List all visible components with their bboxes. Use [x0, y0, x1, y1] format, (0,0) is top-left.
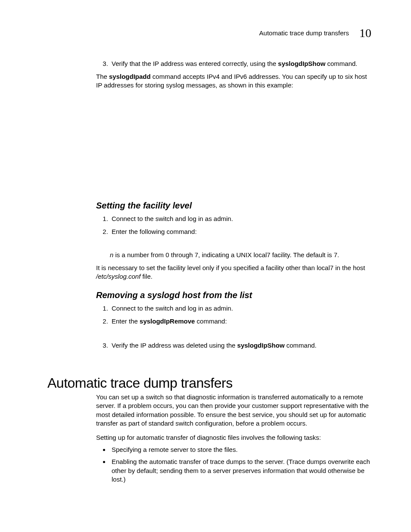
facility-para-post: file. [140, 273, 153, 280]
step-3-list: Verify that the IP address was entered c… [96, 59, 372, 68]
remove-step-1: Connect to the switch and log in as admi… [110, 304, 372, 313]
remove-steps-list-3: Verify the IP address was deleted using … [96, 341, 372, 350]
remove-step-3-pre: Verify the IP address was deleted using … [112, 342, 237, 349]
facility-para: It is necessary to set the facility leve… [96, 264, 372, 281]
facility-steps-list: Connect to the switch and log in as admi… [96, 215, 372, 236]
para-ipadd-pre: The [96, 73, 109, 80]
auto-para-1: You can set up a switch so that diagnost… [96, 393, 372, 428]
syslogdipadd-cmd: syslogdIpadd [109, 73, 151, 80]
auto-bullet-1: Specifying a remote server to store the … [110, 445, 372, 454]
auto-bullets: Specifying a remote server to store the … [96, 445, 372, 487]
remove-steps-3: Verify the IP address was deleted using … [96, 341, 372, 354]
syslogdipshow-cmd: syslogdIpShow [278, 60, 325, 67]
page: Automatic trace dump transfers 10 Verify… [0, 0, 411, 532]
facility-para-file: /etc/syslog.conf [96, 273, 140, 280]
auto-para-2: Setting up for automatic transfer of dia… [96, 433, 372, 442]
remove-step-3: Verify the IP address was deleted using … [110, 341, 372, 350]
facility-step-2: Enter the following command: [110, 227, 372, 236]
running-title: Automatic trace dump transfers [259, 29, 349, 37]
para-ipadd: The syslogdIpadd command accepts IPv4 an… [96, 72, 372, 90]
remove-step-2-post: command: [195, 317, 227, 325]
auto-bullets-list: Specifying a remote server to store the … [96, 445, 372, 484]
facility-step-1: Connect to the switch and log in as admi… [110, 215, 372, 223]
facility-n-text: is a number from 0 through 7, indicating… [113, 251, 339, 258]
remove-step-3-post: command. [285, 342, 317, 349]
running-head: Automatic trace dump transfers 10 [259, 25, 371, 41]
heading-auto: Automatic trace dump transfers [47, 374, 372, 392]
auto-bullet-2: Enabling the automatic transfer of trace… [110, 457, 372, 484]
heading-facility: Setting the facility level [96, 200, 372, 212]
remove-step-2-pre: Enter the [112, 317, 140, 325]
step-3-post: command. [325, 60, 357, 67]
step-3-item: Verify that the IP address was entered c… [110, 59, 372, 68]
remove-step-2: Enter the syslogdIpRemove command: [110, 317, 372, 326]
syslogdipshow-cmd-2: syslogdIpShow [237, 342, 285, 349]
syslogdipremove-cmd: syslogdIpRemove [140, 317, 195, 325]
remove-steps-list-12: Connect to the switch and log in as admi… [96, 304, 372, 326]
step-3-pre: Verify that the IP address was entered c… [112, 60, 278, 67]
facility-para-pre: It is necessary to set the facility leve… [96, 264, 365, 271]
chapter-number: 10 [359, 25, 371, 41]
heading-remove: Removing a syslogd host from the list [96, 289, 372, 301]
remove-steps-12: Connect to the switch and log in as admi… [96, 304, 372, 330]
step-3-row: Verify that the IP address was entered c… [96, 59, 372, 72]
facility-note-n: n is a number from 0 through 7, indicati… [96, 251, 372, 259]
facility-steps: Connect to the switch and log in as admi… [96, 215, 372, 241]
